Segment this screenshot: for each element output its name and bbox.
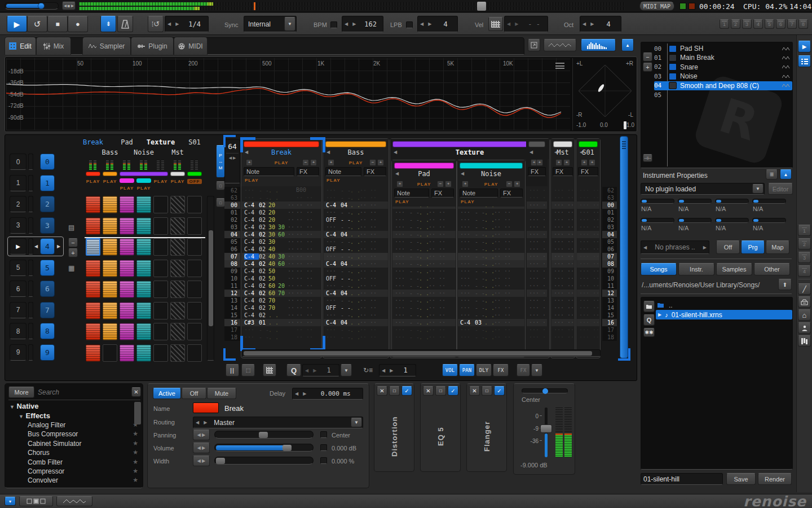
add-fx-column-icon[interactable]: + [514, 181, 520, 187]
device-minimize-button[interactable]: □ [389, 386, 400, 396]
pattern-row[interactable]: ··· ··· [551, 216, 574, 224]
matrix-cell[interactable] [153, 196, 168, 213]
matrix-cell[interactable] [86, 260, 100, 277]
device-minimize-button[interactable]: □ [435, 386, 446, 396]
instrument-remove-button[interactable]: − [643, 52, 652, 62]
pattern-row[interactable]: ··· ·- -. .·· ·· [458, 326, 524, 334]
pattern-row[interactable]: ··· ··· [551, 304, 574, 312]
track-color-bar[interactable] [579, 141, 598, 147]
sequencer-slot-button[interactable]: 3 [10, 217, 27, 234]
pattern-row[interactable]: OFF- -. .·· ·· [324, 275, 388, 282]
pattern-row[interactable]: ··· ··· [577, 187, 599, 194]
save-button[interactable]: Save [726, 473, 756, 485]
panning-slider[interactable] [214, 431, 314, 439]
pattern-row[interactable]: ··· ·- -. .·· ·· [324, 297, 388, 304]
loop-block-icon[interactable]: ▤ [68, 224, 78, 232]
matrix-cell[interactable] [86, 323, 100, 340]
middle-frame-preset-2[interactable]: 2 [798, 238, 811, 249]
instrument-row[interactable]: 04 Smooth and Deep 808 (C) [654, 81, 792, 90]
pattern-row[interactable]: ··· ··· [551, 194, 574, 202]
collapse-scopes-button[interactable]: ▲ [621, 39, 634, 51]
right-icon[interactable]: ▶ [588, 21, 596, 27]
macro-knob[interactable] [679, 200, 684, 203]
pattern-row[interactable]: ··· ··· [577, 319, 599, 326]
matrix-cell[interactable] [86, 302, 100, 319]
pattern-row[interactable]: ··· ··· [577, 246, 599, 253]
add-column-icon[interactable]: + [581, 159, 588, 166]
pattern-row[interactable]: C-404. .·· ·· [324, 290, 388, 297]
status-collapse-button[interactable]: ▼ [5, 497, 16, 506]
device-panel[interactable]: ✕ □ ✓ EQ 5 [420, 383, 461, 472]
pattern-row[interactable]: ··· ·- -. .·· ·· [242, 326, 321, 334]
fx-column-header[interactable]: FX [528, 167, 546, 176]
sequencer-slot-button[interactable]: 9 [10, 344, 27, 361]
matrix-cell[interactable] [170, 260, 185, 277]
pattern-row[interactable]: ··· ·- -. .·· ·· [324, 238, 388, 246]
pattern-row[interactable]: ··· ·- -. .·· ·· [392, 334, 456, 341]
edit-step-stepper[interactable]: ◀▶1 [379, 364, 416, 376]
fx-column-header[interactable]: FX [364, 167, 386, 176]
pattern-row[interactable]: C-404. .·· ·· [324, 319, 388, 326]
single-track-mode-button[interactable]: || [226, 364, 239, 376]
matrix-cell[interactable] [153, 344, 168, 362]
pattern-row[interactable]: ··· ·- -. .·· ·· [324, 187, 388, 194]
sequence-add-button[interactable]: + [68, 248, 78, 257]
tab-mix[interactable]: Mix [36, 37, 71, 55]
pattern-row[interactable]: ··· ··· [527, 319, 547, 326]
pattern-row[interactable]: C-40220···· ·· [242, 202, 321, 209]
gonio-width-marker[interactable] [624, 121, 626, 129]
post-pan-knob[interactable] [542, 388, 548, 394]
upper-frame-toggle[interactable]: ▶ [798, 41, 811, 52]
pattern-row[interactable]: ··· ·- -. .·· ·· [458, 275, 524, 282]
matrix-cell[interactable] [187, 238, 202, 256]
quantize-stepper[interactable]: ◀▶1 [302, 364, 339, 376]
matrix-cell[interactable] [136, 260, 151, 277]
pattern-row[interactable]: ··· ··· [577, 275, 599, 282]
oct-stepper[interactable]: ◀▶4 [580, 16, 621, 32]
spectrum-menu-icon[interactable] [555, 63, 564, 69]
track-header[interactable]: ◀Pad+PLAY−+NoteFXPLAY [392, 160, 456, 207]
right-icon[interactable]: ▶ [301, 391, 308, 396]
pattern-row[interactable]: ··· ·- -. .·· ·· [324, 224, 388, 231]
sequencer-slot-button[interactable]: 5 [10, 260, 27, 276]
render-button[interactable]: Render [758, 473, 792, 485]
macro-slider[interactable] [641, 199, 674, 204]
pattern-row[interactable]: ··· ··· [527, 268, 547, 275]
pattern-row[interactable]: C-4026070···· ·· [242, 290, 321, 297]
track-color-bar[interactable] [325, 141, 386, 147]
sequence-remove-button[interactable]: − [68, 238, 78, 247]
macro-knob[interactable] [716, 200, 721, 203]
effect-list-item[interactable]: Analog Filter★ [28, 421, 138, 429]
track-off-state[interactable]: OFF [187, 179, 202, 184]
preset-slot-6[interactable]: 6 [776, 19, 785, 29]
file-row-selected[interactable]: ▶ ♪ 01-silent-hill.xrns [656, 310, 792, 319]
instrument-row[interactable]: 03 Noise [654, 72, 792, 81]
pattern-row[interactable]: ··· ·- -. .·· ·· [458, 238, 524, 246]
volume-checkbox[interactable] [320, 444, 327, 451]
pattern-row[interactable]: ··· ··· [527, 326, 547, 334]
track-rows[interactable]: ··· ·- -. .B00··· ·- -. .·· ··C-40220···… [242, 187, 321, 341]
tree-group-native[interactable]: ▼ Native [10, 402, 39, 410]
right-icon[interactable]: ▶ [173, 21, 181, 27]
right-icon[interactable]: ▶ [201, 420, 209, 425]
pattern-row[interactable]: ··· ·- -. .·· ·· [392, 304, 456, 312]
pattern-number-button[interactable]: 7 [40, 302, 55, 318]
left-icon[interactable]: ◀ [293, 391, 301, 396]
matrix-cell[interactable] [153, 238, 168, 256]
sequencer-mute-button[interactable] [28, 238, 33, 255]
pattern-row[interactable]: ··· ··· [527, 275, 547, 282]
pattern-row[interactable]: ··· ·- -. .·· ·· [392, 282, 456, 290]
note-column-header[interactable]: Note [394, 189, 429, 198]
macro-knob[interactable] [642, 219, 647, 222]
left-icon[interactable]: ◀ [342, 21, 350, 27]
quantize-dropdown[interactable]: ▼ [341, 364, 352, 376]
matrix-cell[interactable] [170, 217, 185, 235]
macro-slider[interactable] [715, 199, 749, 204]
right-icon[interactable]: ▶ [350, 21, 358, 27]
track-play-state[interactable]: PLAY [103, 179, 117, 184]
sequencer-mute-button[interactable] [28, 175, 33, 191]
plugin-select[interactable]: No plugin loaded▼ [641, 183, 765, 195]
pattern-row[interactable]: ··· ··· [551, 275, 574, 282]
pattern-row[interactable]: C-40240···· ·· [242, 246, 321, 253]
device-enabled-checkbox[interactable]: ✓ [494, 386, 505, 396]
